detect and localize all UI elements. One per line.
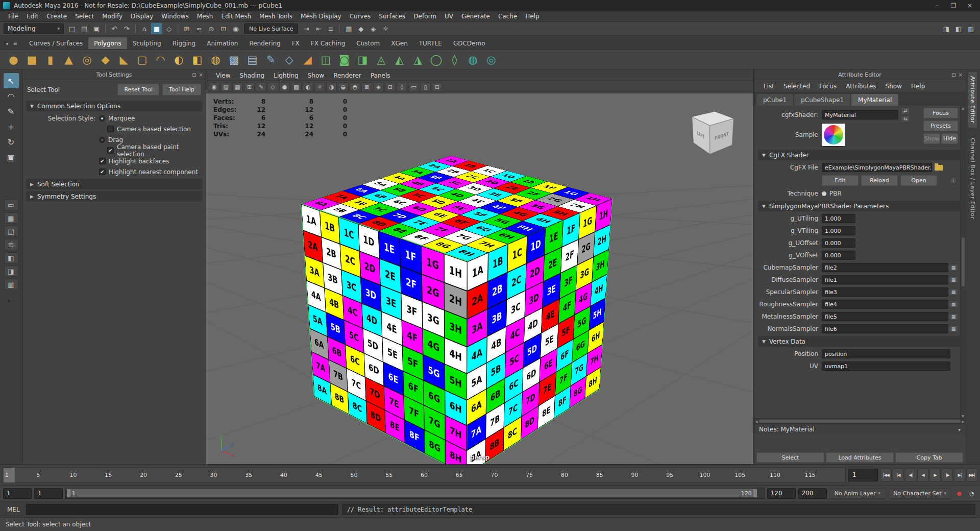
cgfx-shader-section[interactable]: ▼ CgFX Shader — [758, 150, 962, 160]
paint-selection-tool-icon[interactable]: ✎ — [4, 104, 19, 119]
step-forward-frame-button[interactable]: |▶ — [942, 469, 953, 481]
view-cube-gizmo[interactable]: FRONT LEFT — [698, 117, 727, 146]
popout-icon[interactable]: ⊡ — [951, 72, 955, 78]
shelf-tab-gdcdemo[interactable]: GDCDemo — [448, 37, 491, 49]
notes-area[interactable] — [754, 435, 965, 451]
anim-layer-dropdown[interactable]: No Anim Layer ▾ — [829, 488, 886, 499]
toggle-tool-settings-icon[interactable]: ◧ — [953, 23, 964, 34]
menu-mesh-tools[interactable]: Mesh Tools — [255, 13, 297, 20]
redo-icon[interactable]: ↷ — [121, 23, 132, 34]
attribute-editor-menu-show[interactable]: Show — [881, 83, 906, 90]
layout-single-pane-icon[interactable]: ▭ — [4, 199, 18, 210]
motion-blur-icon[interactable]: ◓ — [350, 82, 360, 92]
cgfx-file-field[interactable]: eExample\SimplygonMayaPBRShader.fx — [822, 163, 932, 172]
g-uoffset-field[interactable]: 0.000 — [822, 238, 855, 248]
viewport-menu-show[interactable]: Show — [303, 72, 329, 79]
step-forward-key-button[interactable]: ▶| — [954, 469, 965, 481]
minimize-button[interactable]: – — [930, 2, 944, 10]
diffusesampler-field[interactable]: file1 — [822, 275, 948, 284]
menu-create[interactable]: Create — [42, 13, 71, 20]
info-icon[interactable]: i — [949, 177, 957, 184]
shelf-options-icon[interactable]: ≡ — [11, 41, 19, 46]
sidebar-tab-attribute-editor[interactable]: Attribute Editor — [968, 72, 977, 128]
tab-mymaterial[interactable]: MyMaterial — [851, 94, 898, 106]
menu-mesh-display[interactable]: Mesh Display — [297, 13, 346, 20]
save-scene-icon[interactable]: ▣ — [91, 23, 102, 34]
camera-lock-icon[interactable]: ◉ — [209, 82, 219, 92]
soft-selection-section[interactable]: ▶Soft Selection — [26, 179, 202, 189]
layout-outliner-persp-icon[interactable]: ◨ — [4, 266, 18, 277]
reload-button[interactable]: Reload — [861, 175, 898, 186]
highlight-nearest-component-checkbox[interactable]: ✔ — [99, 168, 106, 175]
mirror-icon[interactable]: ◮ — [409, 51, 426, 68]
image-plane-icon[interactable]: ▦ — [232, 82, 243, 92]
time-slider-track[interactable]: 1 51015202530354045505560657075808590951… — [3, 467, 846, 483]
attribute-editor-vertical-scrollbar[interactable]: ▲ ▼ — [960, 106, 965, 418]
lasso-tool-icon[interactable]: ◠ — [4, 88, 19, 104]
attribute-editor-menu-attributes[interactable]: Attributes — [841, 83, 880, 90]
texture-connection-icon[interactable]: ▦ — [949, 325, 958, 332]
menu-curves[interactable]: Curves — [346, 13, 375, 20]
construction-history-icon[interactable]: ≡ — [325, 23, 336, 34]
close-button[interactable]: × — [963, 2, 977, 10]
render-settings-icon[interactable]: ☼ — [380, 23, 391, 34]
layout-hypershade-persp-icon[interactable]: ▥ — [4, 279, 18, 290]
polygon-sphere-icon[interactable]: ● — [5, 51, 22, 68]
smooth-shade-icon[interactable]: ● — [279, 82, 290, 92]
snap-to-point-icon[interactable]: ⊙ — [206, 23, 217, 34]
field-chart-icon[interactable]: ⊟ — [432, 82, 443, 92]
resolution-gate-icon[interactable]: ▭ — [408, 82, 419, 92]
snap-to-grid-icon[interactable]: ⊞ — [181, 23, 192, 34]
step-back-frame-button[interactable]: ◀| — [905, 469, 916, 481]
menu-set-dropdown[interactable]: Modeling ▾ — [4, 23, 64, 34]
playback-end-field[interactable]: 120 — [767, 488, 796, 499]
texture-connection-icon[interactable]: ▦ — [949, 276, 958, 283]
scroll-down-icon[interactable]: ▼ — [962, 414, 964, 418]
texture-connection-icon[interactable]: ▦ — [949, 264, 958, 271]
film-gate-icon[interactable]: ▯ — [420, 82, 431, 92]
animation-start-field[interactable]: 1 — [3, 488, 32, 499]
texture-connection-icon[interactable]: ▦ — [949, 288, 958, 296]
shelf-tab-rigging[interactable]: Rigging — [167, 37, 201, 49]
command-line-language-button[interactable]: MEL — [5, 506, 22, 513]
select-tool-icon[interactable]: ↖ — [4, 73, 19, 88]
shelf-tab-curves-surfaces[interactable]: Curves / Surfaces — [23, 37, 88, 49]
title-bar[interactable]: Autodesk Maya 2016 - Not for Resale: D:\… — [0, 0, 980, 11]
symmetry-a-icon[interactable]: ◍ — [464, 51, 481, 68]
auto-keyframe-icon[interactable]: ● — [954, 488, 964, 498]
menu-surfaces[interactable]: Surfaces — [375, 13, 409, 20]
poly-grid-icon[interactable]: ▩ — [226, 51, 242, 68]
reset-tool-button[interactable]: Reset Tool — [117, 84, 159, 95]
polygon-pipe-icon[interactable]: ▢ — [134, 51, 151, 68]
polygon-cylinder-icon[interactable]: ▮ — [42, 51, 59, 68]
multisample-icon[interactable]: ⊠ — [361, 82, 372, 92]
menu-help[interactable]: Help — [521, 13, 543, 20]
wireframe-icon[interactable]: ◇ — [267, 82, 278, 92]
snap-to-curve-icon[interactable]: ≈ — [193, 23, 205, 34]
menu-mesh[interactable]: Mesh — [193, 13, 217, 20]
select-by-object-icon[interactable]: ■ — [151, 23, 162, 34]
viewport-menu-lighting[interactable]: Lighting — [269, 72, 303, 79]
drag-radio[interactable] — [99, 137, 105, 143]
viewport-canvas[interactable]: 1A1B1C1D1E1F1G1H2A2B2C2D2E2F2G2H3A3B3C3D… — [206, 93, 753, 464]
menu-deform[interactable]: Deform — [409, 13, 440, 20]
show-output-connections-icon[interactable]: ⇆ — [901, 115, 910, 123]
tool-help-button[interactable]: Tool Help — [162, 84, 201, 95]
go-to-end-button[interactable]: ▶▶| — [966, 469, 977, 481]
select-button[interactable]: Select — [756, 452, 824, 463]
character-set-dropdown[interactable]: No Character Set ▾ — [888, 488, 951, 499]
step-back-key-button[interactable]: |◀ — [893, 469, 904, 481]
camera-based-selection-checkbox[interactable] — [107, 126, 114, 132]
move-tool-icon[interactable]: + — [4, 119, 19, 134]
live-surface-field[interactable]: No Live Surface — [244, 23, 298, 34]
roughnesssampler-field[interactable]: file4 — [822, 300, 948, 309]
shelf-tab-fx-caching[interactable]: FX Caching — [305, 37, 351, 49]
presets-button[interactable]: Presets — [923, 120, 958, 131]
attribute-editor-header[interactable]: Attribute Editor ⊡ × — [754, 70, 965, 80]
poly-text-icon[interactable]: ▤ — [244, 51, 261, 68]
reduce-icon[interactable]: ◊ — [446, 51, 463, 68]
playback-range-bar[interactable]: 1 120 — [67, 489, 757, 497]
polygon-cone-icon[interactable]: ▲ — [60, 51, 77, 68]
chevron-down-icon[interactable]: ▾ — [958, 427, 961, 432]
scrollbar-thumb[interactable] — [962, 237, 965, 286]
